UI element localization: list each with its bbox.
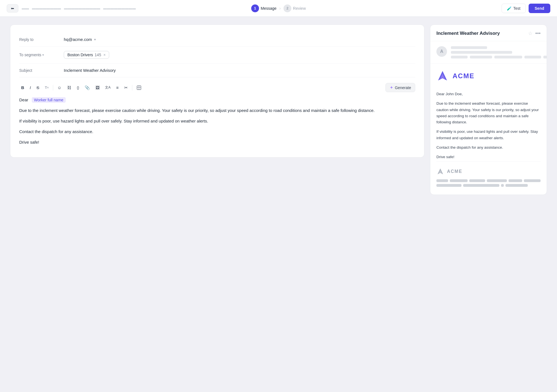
fs1 (436, 179, 448, 182)
worker-fullname-tag[interactable]: Worker full name (32, 97, 66, 103)
fs5 (509, 179, 522, 182)
breadcrumb: ▬▬ ▬▬▬▬▬▬▬▬ ▬▬▬▬▬▬▬▬▬▬ ▬▬▬▬▬▬▬▬▬ (22, 6, 136, 10)
to-segments-row: To segments ▾ Boston Drivers 145 × (19, 46, 415, 63)
email-body[interactable]: Dear Worker full name Due to the incleme… (19, 97, 415, 146)
skeleton-meta-row (451, 56, 547, 58)
step-1-circle: 1 (251, 4, 259, 12)
preview-para-1: Due to the inclement weather forecast, p… (436, 101, 541, 125)
preview-greeting: Dear John Doe, (436, 91, 541, 97)
fs2 (450, 179, 468, 182)
emoji-button[interactable]: ☺ (55, 84, 63, 91)
table-icon (136, 85, 141, 90)
composer-panel: Reply to hq@acme.com ▾ To segments ▾ Bos… (10, 24, 424, 158)
preview-body: ACME Dear John Doe, Due to the inclement… (430, 64, 547, 195)
fs7 (436, 184, 461, 187)
preview-card: Inclement Weather Advisory ☆ ••• A (430, 24, 547, 195)
preview-panel: Inclement Weather Advisory ☆ ••• A (430, 24, 547, 195)
test-button[interactable]: 🧪 Test (502, 4, 526, 13)
segment-name: Boston Drivers (67, 53, 93, 57)
preview-closing: Drive safe! (436, 154, 541, 160)
top-navigation: ⬅ ▬▬ ▬▬▬▬▬▬▬▬ ▬▬▬▬▬▬▬▬▬▬ ▬▬▬▬▬▬▬▬▬ 1 Mes… (0, 0, 557, 17)
preview-header: Inclement Weather Advisory ☆ ••• (430, 25, 547, 41)
back-button[interactable]: ⬅ (7, 4, 18, 13)
footer-skeleton-lines (436, 179, 541, 187)
reply-to-email: hq@acme.com (64, 37, 92, 42)
footer-row-1 (436, 179, 541, 182)
skeleton-2 (470, 56, 492, 58)
segment-count: 145 (95, 53, 101, 57)
italic-button[interactable]: I (28, 84, 33, 91)
skeleton-sender-name (451, 46, 487, 49)
subject-row: Subject Inclement Weather Advisory (19, 63, 415, 77)
subject-label: Subject (19, 68, 64, 73)
reply-to-value-area: hq@acme.com ▾ (64, 37, 415, 42)
step-separator: › (279, 6, 281, 11)
reply-to-dropdown-icon[interactable]: ▾ (94, 38, 96, 41)
toolbar-separator-2 (132, 85, 132, 90)
subject-value-area: Inclement Weather Advisory (64, 68, 415, 73)
email-closing: Drive safe! (19, 139, 415, 146)
email-greeting: Dear Worker full name (19, 97, 415, 103)
toolbar-separator-1 (53, 85, 53, 90)
scissors-button[interactable]: ✂ (122, 84, 130, 92)
preview-title: Inclement Weather Advisory (436, 31, 500, 36)
email-para-3: Contact the dispatch for any assistance. (19, 128, 415, 135)
step-1-label: Message (261, 6, 277, 11)
flask-icon: 🧪 (507, 6, 512, 11)
step-1: 1 Message (251, 4, 277, 12)
segments-area: Boston Drivers 145 × (64, 51, 415, 59)
skeleton-3 (494, 56, 522, 58)
skeleton-1 (451, 56, 468, 58)
fs9 (501, 184, 504, 187)
bold-button[interactable]: B (19, 84, 26, 91)
preview-footer: ACME (436, 161, 541, 187)
reply-to-row: Reply to hq@acme.com ▾ (19, 33, 415, 46)
send-button[interactable]: Send (529, 4, 550, 13)
main-content: Reply to hq@acme.com ▾ To segments ▾ Bos… (0, 17, 557, 392)
link-button[interactable]: ⛓ (65, 84, 73, 91)
stepper: 1 Message › 2 Review (251, 4, 306, 12)
fs6 (524, 179, 541, 182)
fs8 (463, 184, 499, 187)
strikethrough-button[interactable]: S (35, 84, 41, 91)
acme-logo-icon (436, 70, 449, 82)
code-button[interactable]: {} (75, 84, 81, 91)
email-para-1: Due to the inclement weather forecast, p… (19, 107, 415, 114)
star-icon[interactable]: ☆ (528, 30, 532, 36)
to-segments-dropdown-icon: ▾ (42, 53, 44, 57)
skeleton-sender-email (451, 51, 512, 54)
segment-tag: Boston Drivers 145 × (64, 51, 109, 59)
generate-button[interactable]: ✦ Generate (385, 83, 415, 92)
subject-value: Inclement Weather Advisory (64, 68, 116, 73)
fs10 (505, 184, 528, 187)
nav-right: 🧪 Test Send (502, 4, 550, 13)
generate-label: Generate (395, 85, 411, 90)
preview-para-2: If visibility is poor, use hazard lights… (436, 129, 541, 141)
footer-acme-logo-icon (436, 168, 444, 175)
translate-button[interactable]: 文A (103, 84, 113, 91)
more-options-icon[interactable]: ••• (535, 31, 541, 36)
attachment-button[interactable]: 📎 (83, 84, 92, 92)
preview-para-3: Contact the dispatch for any assistance. (436, 144, 541, 151)
image-button[interactable]: 🖼 (94, 84, 101, 91)
fs3 (469, 179, 485, 182)
table-button[interactable] (135, 84, 143, 92)
text-format-button[interactable]: TA (43, 84, 51, 91)
preview-email-text: Dear John Doe, Due to the inclement weat… (436, 91, 541, 160)
back-icon: ⬅ (11, 6, 14, 11)
email-para-2: If visibility is poor, use hazard lights… (19, 118, 415, 124)
preview-logo-area: ACME (436, 70, 541, 86)
skeleton-4 (524, 56, 541, 58)
sender-avatar: A (436, 46, 447, 57)
footer-logo-area: ACME (436, 168, 541, 175)
list-button[interactable]: ≡ (114, 84, 121, 91)
to-segments-label[interactable]: To segments ▾ (19, 53, 64, 57)
sender-meta-lines (451, 46, 547, 58)
step-2-circle: 2 (284, 4, 291, 12)
skeleton-5 (543, 56, 547, 58)
reply-to-label: Reply to (19, 37, 64, 42)
preview-meta: A (430, 41, 547, 64)
editor-toolbar: B I S TA ☺ ⛓ {} 📎 🖼 文A ≡ ✂ ✦ G (19, 83, 415, 92)
segment-remove-button[interactable]: × (103, 53, 106, 57)
step-2-label: Review (293, 6, 306, 11)
